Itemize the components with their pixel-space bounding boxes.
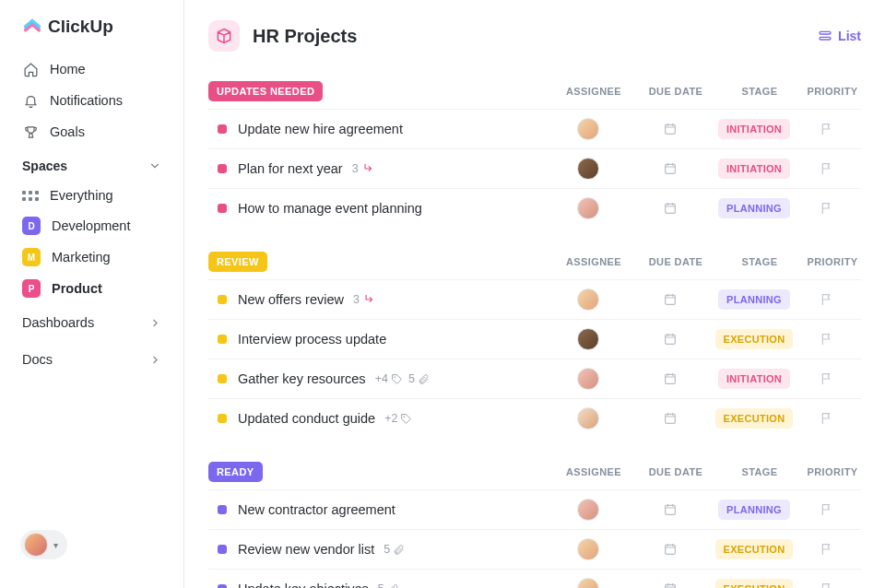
cell-priority[interactable]	[798, 161, 856, 176]
sidebar-item-marketing[interactable]: MMarketing	[13, 241, 171, 273]
nav-item-notifications[interactable]: Notifications	[13, 85, 171, 116]
bell-icon	[22, 92, 39, 109]
cell-assignee[interactable]	[546, 499, 631, 521]
brand-logo[interactable]: ClickUp	[0, 17, 183, 53]
cell-due-date[interactable]	[631, 201, 710, 216]
cell-due-date[interactable]	[631, 502, 710, 517]
cell-assignee[interactable]	[546, 328, 631, 350]
space-badge: D	[22, 217, 41, 235]
cell-due-date[interactable]	[631, 411, 710, 426]
cell-due-date[interactable]	[631, 582, 710, 588]
tag-icon	[400, 413, 412, 425]
cell-stage[interactable]: INITIATION	[710, 369, 798, 389]
col-due: DUE DATE	[636, 86, 715, 97]
cell-priority[interactable]	[798, 542, 856, 557]
sidebar-item-development[interactable]: DDevelopment	[13, 210, 171, 241]
attachment-count: 5	[378, 582, 399, 588]
sidebar-section-docs[interactable]: Docs	[0, 341, 183, 378]
cell-stage[interactable]: EXECUTION	[710, 408, 798, 429]
task-row[interactable]: Interview process updateEXECUTION	[208, 319, 861, 359]
task-row[interactable]: Plan for next year3 INITIATION	[208, 148, 861, 188]
space-badge: P	[22, 279, 41, 298]
cell-assignee[interactable]	[546, 407, 631, 429]
task-name: Review new vendor list	[238, 542, 374, 557]
cell-assignee[interactable]	[546, 197, 631, 219]
status-dot-icon	[218, 295, 227, 304]
flag-icon	[820, 371, 834, 386]
svg-rect-0	[820, 31, 831, 34]
cell-stage[interactable]: INITIATION	[710, 119, 798, 139]
cell-assignee[interactable]	[546, 288, 631, 311]
cell-priority[interactable]	[798, 332, 856, 347]
sidebar-section-dashboards[interactable]: Dashboards	[0, 304, 183, 341]
stage-pill: PLANNING	[718, 289, 790, 310]
status-chip[interactable]: REVIEW	[208, 252, 267, 272]
task-group: READYASSIGNEEDUE DATESTAGEPRIORITYNew co…	[208, 462, 861, 588]
col-due: DUE DATE	[636, 256, 715, 267]
cell-due-date[interactable]	[631, 371, 710, 386]
calendar-icon	[663, 122, 678, 136]
stage-pill: EXECUTION	[715, 408, 794, 429]
cell-assignee[interactable]	[546, 158, 631, 180]
task-row[interactable]: New offers review3 PLANNING	[208, 279, 861, 319]
cell-due-date[interactable]	[631, 292, 710, 307]
avatar	[577, 197, 599, 219]
cell-due-date[interactable]	[631, 161, 710, 176]
task-cells: PLANNING	[546, 499, 856, 521]
cell-priority[interactable]	[798, 582, 856, 588]
cell-stage[interactable]: PLANNING	[710, 500, 798, 520]
cell-priority[interactable]	[798, 502, 856, 517]
task-row[interactable]: How to manage event planningPLANNING	[208, 188, 861, 228]
project-icon	[208, 20, 240, 52]
task-meta: +4 5	[375, 372, 430, 385]
cell-priority[interactable]	[798, 122, 856, 136]
cell-assignee[interactable]	[546, 538, 631, 560]
task-cells: PLANNING	[546, 288, 856, 311]
status-dot-icon	[218, 164, 227, 173]
task-meta: 3	[352, 162, 374, 175]
task-row[interactable]: Review new vendor list5 EXECUTION	[208, 529, 861, 569]
task-row[interactable]: Updated conduct guide+2 EXECUTION	[208, 398, 861, 438]
calendar-icon	[663, 292, 678, 307]
cell-stage[interactable]: PLANNING	[710, 289, 798, 310]
calendar-icon	[663, 582, 678, 588]
status-chip[interactable]: UPDATES NEEDED	[208, 81, 323, 101]
status-dot-icon	[218, 505, 227, 514]
nav-item-goals[interactable]: Goals	[13, 116, 171, 147]
sidebar-item-product[interactable]: PProduct	[13, 273, 171, 304]
spaces-header[interactable]: Spaces	[0, 147, 183, 181]
task-meta: 5	[378, 582, 399, 588]
subtask-icon	[361, 162, 374, 175]
status-chip[interactable]: READY	[208, 462, 263, 482]
cell-priority[interactable]	[798, 292, 856, 307]
cell-priority[interactable]	[798, 411, 856, 426]
attachment-count: 5	[408, 372, 430, 385]
cell-due-date[interactable]	[631, 542, 710, 557]
cell-stage[interactable]: EXECUTION	[710, 579, 798, 588]
task-row[interactable]: Gather key resources+4 5 INITIATION	[208, 359, 861, 398]
cell-stage[interactable]: INITIATION	[710, 159, 798, 179]
cell-due-date[interactable]	[631, 122, 710, 136]
task-row[interactable]: Update new hire agreementINITIATION	[208, 109, 861, 148]
cell-stage[interactable]: EXECUTION	[710, 329, 798, 349]
calendar-icon	[663, 371, 678, 386]
task-row[interactable]: Update key objectives5 EXECUTION	[208, 569, 861, 588]
cell-due-date[interactable]	[631, 332, 710, 347]
task-row[interactable]: New contractor agreementPLANNING	[208, 489, 861, 529]
user-menu[interactable]: ▾	[20, 530, 67, 559]
sidebar-item-everything[interactable]: Everything	[13, 181, 171, 210]
nav-item-label: Home	[50, 62, 86, 76]
cell-assignee[interactable]	[546, 368, 631, 390]
nav-item-home[interactable]: Home	[13, 53, 171, 85]
task-name: Gather key resources	[238, 371, 366, 386]
cell-stage[interactable]: PLANNING	[710, 198, 798, 218]
svg-rect-5	[666, 295, 676, 304]
cell-assignee[interactable]	[546, 578, 631, 588]
cell-priority[interactable]	[798, 201, 856, 216]
cell-assignee[interactable]	[546, 118, 631, 140]
view-switcher-list[interactable]: List	[818, 29, 861, 43]
svg-point-9	[404, 416, 406, 417]
svg-point-7	[394, 376, 395, 378]
cell-stage[interactable]: EXECUTION	[710, 539, 798, 559]
cell-priority[interactable]	[798, 371, 856, 386]
